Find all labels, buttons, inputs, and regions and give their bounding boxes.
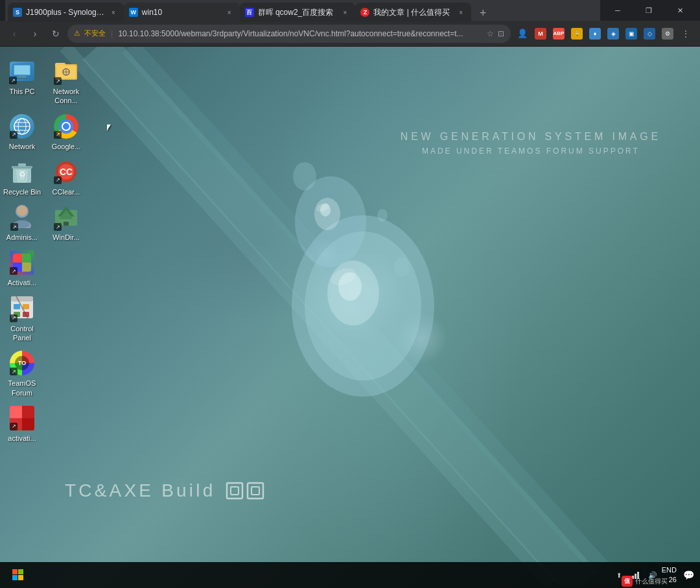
shortcut-arrow-cp: ↗	[10, 314, 18, 322]
desktop-icon-network-conn[interactable]: ↗ Network Conn...	[44, 53, 88, 108]
notification-icon[interactable]: 💬	[682, 569, 695, 582]
desktop-icons-container: ↗ This PC	[0, 53, 88, 445]
shortcut-arrow-activation: ↗	[10, 267, 18, 275]
tab-win10[interactable]: W win10 ×	[124, 3, 240, 22]
minimize-button[interactable]: ─	[603, 0, 633, 21]
tab-smzdm[interactable]: Z 我的文章 | 什么值得买 ×	[355, 3, 471, 22]
network-conn-icon-img: ↗	[53, 58, 79, 84]
cast-icon[interactable]: ⊡	[498, 29, 504, 38]
desktop-icon-windir[interactable]: ↗ WinDir...	[44, 199, 88, 244]
desktop-icon-network[interactable]: ↗ Network	[0, 108, 44, 154]
svg-rect-48	[64, 222, 69, 226]
svg-rect-16	[231, 487, 239, 495]
icon-row-8: ↗ activati...	[0, 400, 88, 445]
back-button[interactable]: ‹	[5, 25, 23, 43]
activation-label: Activati...	[8, 278, 37, 287]
ext-icon-5[interactable]: ◈	[604, 25, 622, 43]
icon-row-7: TO ↗ TeamOS Forum	[0, 345, 88, 400]
tab-label-baidu: 群晖 qcow2_百度搜索	[258, 7, 336, 18]
bookmark-icon[interactable]: ☆	[487, 29, 494, 38]
control-panel-label: Control Panel	[3, 324, 41, 343]
desktop-icon-admin[interactable]: ↗ Adminis...	[0, 199, 44, 244]
omnibar: ‹ › ↻ ⚠ 不安全 | 10.10.10.38:5000/webman/3r…	[0, 21, 700, 47]
reload-button[interactable]: ↻	[47, 25, 65, 43]
profile-icon[interactable]: 👤	[513, 25, 531, 43]
ext-icon-2[interactable]: ABP	[550, 25, 568, 43]
admin-label: Adminis...	[6, 233, 38, 242]
extensions-button[interactable]: ⋮	[677, 25, 695, 43]
brand-label: TC&AXE Build	[65, 480, 215, 501]
title-bar: S J1900plus - Synology DiskSta... × W wi…	[0, 0, 700, 21]
address-bar[interactable]: ⚠ 不安全 | 10.10.10.38:5000/webman/3rdparty…	[67, 25, 511, 43]
tab-favicon-synology: S	[13, 8, 22, 17]
tab-close-baidu[interactable]: ×	[340, 7, 350, 18]
desktop-icon-recycle[interactable]: ♻ Recycle Bin	[0, 154, 44, 199]
smzdm-badge: 值 什么值得买	[622, 576, 668, 587]
desktop[interactable]: NEW GENERATION SYSTEM IMAGE MADE UNDER T…	[0, 47, 700, 588]
extension-icons: 👤 M ABP 🔒 ♦ ◈ ▣ ◇ ⚙	[513, 25, 695, 43]
network-icon-img: ↗	[9, 113, 35, 139]
recycle-bin-icon: ♻	[10, 159, 34, 184]
shortcut-arrow: ↗	[9, 76, 17, 84]
icon-row-1: ↗ This PC	[0, 53, 88, 108]
icon-row-3: ♻ Recycle Bin	[0, 154, 88, 199]
desktop-icon-activator[interactable]: ↗ activati...	[0, 400, 44, 445]
ccleaner-label: CClear...	[52, 187, 80, 196]
vm-screen: NEW GENERATION SYSTEM IMAGE MADE UNDER T…	[0, 47, 700, 588]
restore-button[interactable]: ❐	[634, 0, 664, 21]
desktop-icon-teamos[interactable]: TO ↗ TeamOS Forum	[0, 345, 44, 400]
svg-rect-22	[16, 78, 28, 79]
teamos-icon-img: TO ↗	[9, 350, 35, 376]
windows-start-icon	[12, 569, 24, 581]
tab-label-smzdm: 我的文章 | 什么值得买	[373, 7, 452, 18]
smzdm-text: 什么值得买	[635, 577, 668, 586]
svg-rect-36	[18, 163, 26, 167]
desktop-icon-this-pc[interactable]: ↗ This PC	[0, 53, 44, 108]
ext-icon-7[interactable]: ◇	[640, 25, 659, 43]
this-pc-icon-img: ↗	[9, 58, 35, 84]
tab-synology[interactable]: S J1900plus - Synology DiskSta... ×	[8, 3, 124, 22]
network-conn-label: Network Conn...	[47, 87, 86, 106]
desktop-icon-chrome[interactable]: ↗ Google...	[44, 108, 88, 154]
ext-icon-3[interactable]: 🔒	[568, 25, 586, 43]
svg-rect-51	[14, 304, 20, 309]
close-button[interactable]: ✕	[665, 0, 695, 21]
forward-button[interactable]: ›	[26, 25, 44, 43]
desktop-overlay-text: NEW GENERATION SYSTEM IMAGE MADE UNDER T…	[401, 131, 661, 156]
icon-row-5: ↗ Activati...	[0, 244, 88, 290]
tab-baidu[interactable]: 百 群晖 qcow2_百度搜索 ×	[240, 3, 356, 22]
svg-rect-15	[227, 483, 242, 499]
window-controls: ─ ❐ ✕	[603, 0, 695, 21]
svg-rect-17	[248, 483, 263, 499]
recycle-bin-label: Recycle Bin	[3, 187, 41, 196]
desktop-icon-control-panel[interactable]: ↗ Control Panel	[0, 290, 44, 346]
brand-logo	[226, 478, 264, 504]
desktop-icon-ccleaner[interactable]: CC ↗ CClear...	[44, 154, 88, 199]
tab-close-synology[interactable]: ×	[108, 7, 119, 18]
taskbar: ⬆ 🔊 END 26 💬	[0, 562, 700, 588]
icon-row-4: ↗ Adminis...	[0, 199, 88, 244]
windir-label: WinDir...	[52, 233, 80, 242]
activator-icon-img: ↗	[9, 405, 35, 431]
tab-close-smzdm[interactable]: ×	[456, 7, 466, 18]
shortcut-arrow-cc: ↗	[54, 176, 62, 184]
activation-icon-img: ↗	[9, 250, 35, 276]
shortcut-arrow-nc: ↗	[54, 77, 62, 85]
ext-icon-4[interactable]: ♦	[586, 25, 604, 43]
new-tab-button[interactable]: +	[474, 4, 492, 22]
tab-close-win10[interactable]: ×	[224, 7, 235, 18]
control-panel-icon-img: ↗	[9, 296, 35, 322]
ext-icon-1[interactable]: M	[531, 25, 550, 43]
clock-date-label: END	[662, 565, 677, 575]
shortcut-arrow-chrome: ↗	[54, 131, 62, 139]
shortcut-arrow-admin: ↗	[10, 223, 18, 231]
desktop-icon-activation[interactable]: ↗ Activati...	[0, 244, 44, 290]
tab-label-win10: win10	[142, 8, 220, 17]
icon-row-6: ↗ Control Panel	[0, 290, 88, 346]
start-button[interactable]	[5, 562, 31, 588]
separator: |	[111, 29, 113, 38]
ext-icon-8[interactable]: ⚙	[659, 25, 677, 43]
ext-icon-6[interactable]: ▣	[622, 25, 640, 43]
windir-icon-img: ↗	[53, 204, 79, 230]
shortcut-arrow-windir: ↗	[54, 223, 62, 231]
